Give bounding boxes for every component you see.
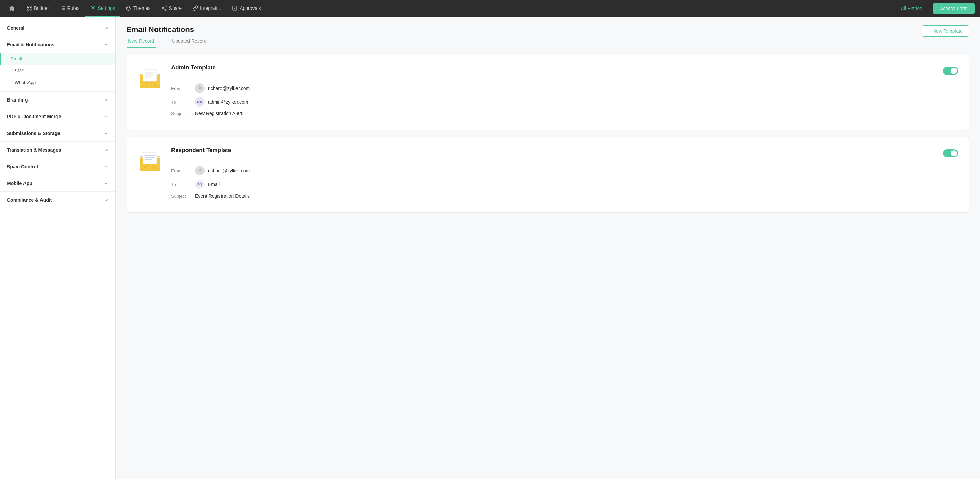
admin-template-top: Admin Template [171, 64, 958, 77]
top-navigation: Builder Rules Settings Themes Share Inte… [0, 0, 980, 17]
svg-point-14 [165, 6, 166, 7]
chevron-down-icon [104, 114, 108, 119]
sidebar-item-sms[interactable]: SMS [0, 65, 115, 77]
admin-template-title: Admin Template [171, 64, 216, 71]
chevron-down-icon [104, 147, 108, 152]
respondent-to-field: To Email [171, 180, 958, 189]
svg-point-15 [162, 8, 164, 9]
nav-settings[interactable]: Settings [86, 0, 120, 17]
admin-subject-field: Subject New Registration Alert! [171, 111, 958, 116]
sidebar-branding-header[interactable]: Branding [0, 92, 115, 108]
svg-point-31 [199, 169, 200, 171]
chevron-down-icon [104, 131, 108, 136]
chevron-down-icon [104, 164, 108, 169]
nav-rules[interactable]: Rules [55, 0, 84, 17]
admin-to-avatar: RA [195, 97, 205, 107]
page-title: Email Notifications [127, 25, 215, 34]
admin-from-field: From richard@zylker.com [171, 83, 958, 93]
new-template-button[interactable]: + New Template [922, 25, 969, 37]
respondent-to-avatar [195, 180, 205, 189]
sidebar: General Email & Notifications Email SMS … [0, 17, 116, 479]
svg-point-16 [165, 9, 166, 10]
respondent-template-top: Respondent Template [171, 147, 958, 160]
admin-to-value: admin@zylker.com [208, 99, 248, 105]
sidebar-section-translation: Translation & Messages [0, 142, 115, 158]
envelope-icon [138, 150, 162, 173]
admin-template-info: Admin Template From richard@zylker.com T… [171, 64, 958, 120]
sidebar-item-whatsapp[interactable]: WhatsApp [0, 77, 115, 89]
admin-template-toggle[interactable] [943, 67, 958, 75]
nav-approvals[interactable]: Approvals [227, 0, 266, 17]
sidebar-spam-header[interactable]: Spam Control [0, 158, 115, 175]
nav-themes[interactable]: Themes [121, 0, 156, 17]
svg-rect-27 [143, 152, 156, 164]
respondent-subject-field: Subject Event Registration Details [171, 193, 958, 199]
nav-builder[interactable]: Builder [22, 0, 54, 17]
sidebar-general-header[interactable]: General [0, 20, 115, 36]
svg-rect-21 [143, 70, 156, 81]
admin-template-icon-area [138, 64, 162, 92]
respondent-template-toggle[interactable] [943, 149, 958, 157]
chevron-down-icon [104, 198, 108, 202]
tab-updated-record[interactable]: Updated Record [170, 38, 208, 48]
respondent-from-value: richard@zylker.com [208, 168, 250, 173]
respondent-from-avatar [195, 166, 205, 176]
sidebar-translation-header[interactable]: Translation & Messages [0, 142, 115, 158]
svg-line-18 [163, 7, 165, 8]
svg-line-17 [163, 8, 165, 10]
admin-from-avatar [195, 83, 205, 93]
sidebar-section-compliance: Compliance & Audit [0, 192, 115, 209]
respondent-subject-value: Event Registration Details [195, 193, 250, 199]
respondent-template-info: Respondent Template From richard@zylker.… [171, 147, 958, 203]
sidebar-email-notifications-header[interactable]: Email & Notifications [0, 37, 115, 53]
admin-template-card: Admin Template From richard@zylker.com T… [127, 54, 969, 130]
tab-divider: | [162, 38, 164, 48]
sidebar-section-branding: Branding [0, 92, 115, 109]
nav-integrations[interactable]: Integrati... [188, 0, 226, 17]
sidebar-pdf-header[interactable]: PDF & Document Merge [0, 109, 115, 125]
svg-rect-3 [30, 8, 31, 10]
home-button[interactable] [5, 2, 18, 14]
respondent-template-icon-area [138, 147, 162, 175]
main-content: Email Notifications New Record | Updated… [116, 17, 980, 479]
svg-point-11 [127, 7, 128, 8]
admin-subject-value: New Registration Alert! [195, 111, 243, 116]
respondent-template-title: Respondent Template [171, 147, 231, 154]
all-entries-link[interactable]: All Entries [895, 6, 928, 11]
admin-from-value: richard@zylker.com [208, 86, 250, 91]
chevron-up-icon [104, 42, 108, 47]
chevron-down-icon [104, 26, 108, 30]
svg-point-10 [92, 8, 94, 9]
envelope-icon [138, 67, 162, 91]
svg-point-13 [127, 8, 128, 9]
sidebar-submissions-header[interactable]: Submissions & Storage [0, 125, 115, 141]
email-notifications-sub-items: Email SMS WhatsApp [0, 53, 115, 91]
sidebar-compliance-header[interactable]: Compliance & Audit [0, 192, 115, 208]
tab-new-record[interactable]: New Record [127, 38, 156, 48]
sidebar-section-spam: Spam Control [0, 158, 115, 175]
respondent-template-card: Respondent Template From richard@zylker.… [127, 137, 969, 212]
svg-rect-1 [30, 6, 31, 8]
page-header: Email Notifications New Record | Updated… [127, 25, 969, 48]
access-form-button[interactable]: Access Form [933, 3, 975, 14]
sidebar-section-general: General [0, 20, 115, 37]
svg-rect-2 [27, 8, 29, 10]
sidebar-item-email[interactable]: Email [0, 53, 115, 65]
sidebar-mobile-header[interactable]: Mobile App [0, 175, 115, 192]
svg-rect-0 [27, 6, 29, 8]
tabs: New Record | Updated Record [127, 38, 215, 48]
chevron-down-icon [104, 181, 108, 186]
app-body: General Email & Notifications Email SMS … [0, 17, 980, 479]
respondent-from-field: From richard@zylker.com [171, 166, 958, 176]
admin-to-field: To RA admin@zylker.com [171, 97, 958, 107]
sidebar-section-submissions: Submissions & Storage [0, 125, 115, 142]
sidebar-section-email-notifications: Email & Notifications Email SMS WhatsApp [0, 37, 115, 92]
nav-share[interactable]: Share [157, 0, 186, 17]
sidebar-section-pdf: PDF & Document Merge [0, 109, 115, 125]
chevron-down-icon [104, 97, 108, 102]
svg-point-25 [199, 86, 200, 88]
sidebar-section-mobile: Mobile App [0, 175, 115, 192]
respondent-to-value: Email [208, 182, 220, 187]
